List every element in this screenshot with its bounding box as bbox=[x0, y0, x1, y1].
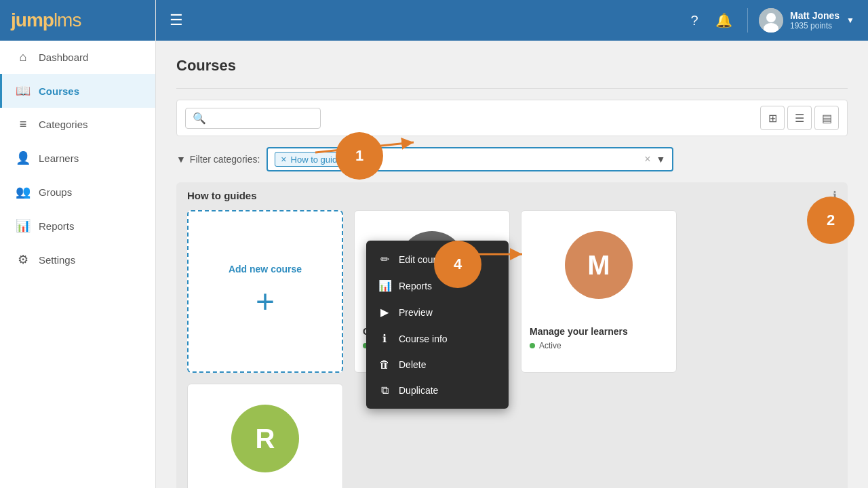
course-name: Manage your learners bbox=[530, 326, 668, 337]
topbar-left: ☰ bbox=[170, 12, 183, 29]
reports-icon: 📊 bbox=[378, 279, 391, 292]
main-area: ☰ ? 🔔 Matt Jones 1935 points ▼ bbox=[156, 0, 868, 488]
svg-point-1 bbox=[766, 13, 776, 22]
course-thumb: M bbox=[521, 211, 676, 319]
context-label: Edit course bbox=[399, 254, 446, 265]
filter-label: ▼ Filter categories: bbox=[176, 154, 260, 165]
sidebar-nav: ⌂ Dashboard 📖 Courses ≡ Categories 👤 Lea… bbox=[0, 41, 155, 277]
status-dot bbox=[530, 343, 535, 348]
category-title: How to guides bbox=[187, 190, 257, 201]
course-status: Active bbox=[530, 341, 668, 350]
delete-icon: 🗑 bbox=[378, 359, 391, 371]
context-delete[interactable]: 🗑 Delete bbox=[366, 352, 509, 378]
groups-icon: 👥 bbox=[16, 184, 31, 199]
sidebar-item-courses[interactable]: 📖 Courses bbox=[0, 74, 155, 108]
logo: jumplms bbox=[11, 9, 81, 31]
filter-tag-remove[interactable]: × bbox=[281, 154, 286, 165]
course-avatar: R bbox=[231, 405, 299, 472]
search-box[interactable]: 🔍 bbox=[185, 108, 321, 129]
course-thumb: R bbox=[188, 384, 342, 488]
edit-icon: ✏ bbox=[378, 253, 391, 266]
course-card-manage[interactable]: M Manage your learners Active bbox=[521, 210, 677, 373]
help-icon[interactable]: ? bbox=[682, 8, 707, 33]
status-label: Active bbox=[539, 341, 561, 350]
sidebar-item-label: Reports bbox=[39, 220, 75, 232]
list-view-button[interactable]: ☰ bbox=[787, 106, 812, 130]
page-title: Courses bbox=[176, 57, 848, 75]
filter-tag: × How to guides bbox=[275, 152, 353, 167]
user-info: Matt Jones 1935 points bbox=[790, 10, 840, 30]
filter-dropdown-icon[interactable]: ▼ bbox=[656, 154, 665, 165]
divider bbox=[747, 8, 748, 33]
chevron-down-icon: ▼ bbox=[846, 16, 854, 25]
context-label: Delete bbox=[399, 359, 426, 370]
user-points: 1935 points bbox=[790, 21, 840, 30]
sidebar-item-reports[interactable]: 📊 Reports bbox=[0, 209, 155, 243]
avatar bbox=[759, 8, 783, 33]
sidebar-item-label: Settings bbox=[39, 254, 75, 266]
hamburger-icon[interactable]: ☰ bbox=[170, 12, 183, 29]
courses-icon: 📖 bbox=[16, 83, 31, 98]
topbar-right: ? 🔔 Matt Jones 1935 points ▼ bbox=[682, 8, 854, 33]
sidebar-item-dashboard[interactable]: ⌂ Dashboard bbox=[0, 41, 155, 74]
grid-view-button[interactable]: ⊞ bbox=[760, 106, 785, 130]
context-preview[interactable]: ▶ Preview bbox=[366, 299, 509, 325]
compact-view-button[interactable]: ▤ bbox=[814, 106, 839, 130]
filter-clear-icon[interactable]: × bbox=[644, 153, 650, 165]
context-label: Preview bbox=[399, 307, 433, 318]
toolbar-left: 🔍 bbox=[185, 108, 321, 129]
info-icon: ℹ bbox=[378, 332, 391, 345]
course-card-running[interactable]: R Running reports Active bbox=[187, 384, 343, 488]
context-course-info[interactable]: ℹ Course info bbox=[366, 325, 509, 352]
sidebar-item-label: Categories bbox=[39, 119, 88, 130]
context-label: Duplicate bbox=[399, 385, 438, 396]
dashboard-icon: ⌂ bbox=[16, 50, 31, 64]
context-label: Reports bbox=[399, 281, 432, 291]
category-info-icon[interactable]: ℹ bbox=[833, 189, 837, 202]
reports-icon: 📊 bbox=[16, 218, 31, 233]
sidebar-item-settings[interactable]: ⚙ Settings bbox=[0, 243, 155, 277]
sidebar-item-label: Learners bbox=[39, 152, 79, 164]
user-name: Matt Jones bbox=[790, 10, 840, 21]
category-header: How to guides ℹ bbox=[187, 189, 837, 202]
course-avatar: M bbox=[565, 231, 633, 299]
context-duplicate[interactable]: ⧉ Duplicate bbox=[366, 378, 509, 403]
add-course-label: Add new course bbox=[229, 264, 302, 274]
categories-icon: ≡ bbox=[16, 117, 31, 131]
learners-icon: 👤 bbox=[16, 150, 31, 165]
search-input[interactable] bbox=[210, 113, 313, 123]
settings-icon: ⚙ bbox=[16, 252, 31, 267]
sidebar-item-label: Courses bbox=[39, 85, 79, 97]
sidebar-item-label: Groups bbox=[39, 186, 72, 198]
duplicate-icon: ⧉ bbox=[378, 384, 391, 396]
sidebar: jumplms ⌂ Dashboard 📖 Courses ≡ Categori… bbox=[0, 0, 156, 488]
filter-bar: ▼ Filter categories: × How to guides × ▼ bbox=[176, 147, 848, 171]
filter-icon: ▼ bbox=[176, 154, 186, 165]
context-menu: ✏ Edit course 📊 Reports ▶ Preview ℹ Cour… bbox=[366, 241, 509, 409]
avatar-icon bbox=[759, 8, 783, 33]
content-area: Courses 🔍 ⊞ ☰ ▤ ▼ Filter categories: bbox=[156, 41, 868, 488]
context-reports[interactable]: 📊 Reports bbox=[366, 272, 509, 299]
context-edit-course[interactable]: ✏ Edit course bbox=[366, 246, 509, 272]
add-course-icon: + bbox=[256, 283, 275, 320]
logo-area: jumplms bbox=[0, 0, 155, 41]
view-buttons: ⊞ ☰ ▤ bbox=[760, 106, 839, 130]
sidebar-item-categories[interactable]: ≡ Categories bbox=[0, 108, 155, 141]
preview-icon: ▶ bbox=[378, 306, 391, 319]
context-label: Course info bbox=[399, 333, 448, 344]
topbar: ☰ ? 🔔 Matt Jones 1935 points ▼ bbox=[156, 0, 868, 41]
sidebar-item-learners[interactable]: 👤 Learners bbox=[0, 141, 155, 175]
toolbar: 🔍 ⊞ ☰ ▤ bbox=[176, 100, 848, 136]
notifications-icon[interactable]: 🔔 bbox=[712, 8, 736, 33]
filter-input-box[interactable]: × How to guides × ▼ bbox=[267, 147, 673, 171]
category-section: How to guides ℹ Add new course + C Creat… bbox=[176, 182, 848, 488]
course-footer: Manage your learners Active bbox=[521, 319, 676, 357]
sidebar-item-label: Dashboard bbox=[39, 52, 88, 63]
filter-tag-label: How to guides bbox=[291, 155, 347, 165]
filter-input[interactable] bbox=[358, 154, 639, 165]
add-course-card[interactable]: Add new course + bbox=[187, 210, 343, 373]
search-icon: 🔍 bbox=[193, 112, 206, 125]
user-menu[interactable]: Matt Jones 1935 points ▼ bbox=[759, 8, 854, 33]
course-grid: Add new course + C Creating your first c… bbox=[187, 210, 837, 488]
sidebar-item-groups[interactable]: 👥 Groups bbox=[0, 175, 155, 209]
